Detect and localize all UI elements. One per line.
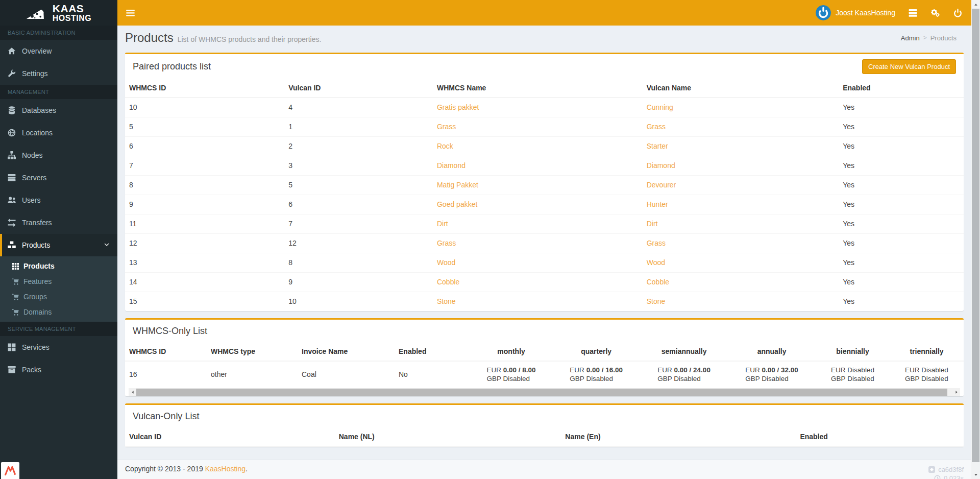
whmcs-name-link[interactable]: Rock — [437, 142, 453, 150]
whmcs-name-link[interactable]: Goed pakket — [437, 200, 477, 208]
enabled-cell: Yes — [839, 234, 964, 253]
vulcan-name-link[interactable]: Diamond — [647, 161, 675, 170]
column-header: triennially — [890, 343, 964, 361]
vulcan-name-link[interactable]: Hunter — [647, 200, 668, 208]
logout-power-icon[interactable] — [946, 0, 969, 26]
vulcan-id-cell: 1 — [284, 117, 433, 137]
sidebar-item-services[interactable]: Services — [0, 336, 117, 358]
whmcs-id-cell: 13 — [125, 253, 284, 273]
vulcan-only-panel: Vulcan-Only List Vulcan IDName (NL)Name … — [125, 403, 964, 447]
vulcan-id-cell: 4 — [284, 98, 433, 117]
create-vulcan-product-button[interactable]: Create New Vulcan Product — [862, 59, 956, 74]
servers-status-icon[interactable] — [901, 0, 924, 26]
table-row: 9 6 Goed pakket Hunter Yes — [125, 195, 964, 214]
sidebar-subitem-products[interactable]: Products — [0, 258, 117, 274]
whmcs-name-link[interactable]: Gratis pakket — [437, 103, 479, 111]
sidebar-item-transfers[interactable]: Transfers — [0, 211, 117, 234]
table-row: 15 10 Stone Stone Yes — [125, 292, 964, 312]
whmcs-name-link[interactable]: Grass — [437, 239, 456, 247]
whmcs-id-cell: 14 — [125, 273, 284, 292]
horizontal-scrollbar[interactable] — [129, 388, 960, 396]
whmcs-name-link[interactable]: Wood — [437, 258, 455, 267]
column-header: WHMCS Name — [433, 79, 643, 98]
whmcs-type-cell: other — [207, 361, 298, 388]
home-icon — [8, 47, 16, 55]
sidebar-item-settings[interactable]: Settings — [0, 62, 117, 85]
globe-icon — [8, 129, 16, 137]
vulcan-name-link[interactable]: Dirt — [647, 220, 658, 228]
column-header: Enabled — [796, 428, 964, 446]
scroll-down-arrow-icon[interactable] — [971, 470, 980, 479]
cart-icon — [12, 309, 19, 316]
sidebar-subitem-domains[interactable]: Domains — [0, 304, 117, 320]
vulcan-name-link[interactable]: Cobble — [647, 278, 669, 286]
column-header: semiannually — [640, 343, 728, 361]
vulcan-name-link[interactable]: Grass — [647, 123, 666, 131]
sidebar-item-users[interactable]: Users — [0, 189, 117, 211]
user-name: Joost KaasHosting — [836, 9, 895, 17]
column-header: Vulcan ID — [125, 428, 335, 446]
menu-section-header: BASIC ADMINISTRATION — [0, 26, 117, 40]
sidebar-item-databases[interactable]: Databases — [0, 99, 117, 122]
price-cell: EUR 0.00 / 24.00GBP Disabled — [640, 361, 728, 388]
vulcan-id-cell: 3 — [284, 156, 433, 176]
whmcs-name-link[interactable]: Grass — [437, 123, 456, 131]
sidebar-item-label: Overview — [22, 47, 52, 55]
sidebar-item-servers[interactable]: Servers — [0, 166, 117, 189]
debugbar-toggle[interactable] — [1, 462, 19, 479]
cart-icon — [12, 294, 19, 300]
invoice-name-cell: Coal — [298, 361, 395, 388]
kaashosting-footer-link[interactable]: KaasHosting — [205, 465, 246, 473]
sidebar-item-label: Databases — [22, 106, 56, 114]
vulcan-id-cell: 12 — [284, 234, 433, 253]
vulcan-name-link[interactable]: Wood — [647, 258, 665, 267]
table-row: 8 5 Matig Pakket Devourer Yes — [125, 176, 964, 195]
box-icon — [8, 366, 16, 374]
scroll-left-arrow-icon[interactable] — [129, 388, 136, 396]
vertical-scrollbar-thumb[interactable] — [972, 9, 979, 462]
whmcs-id-cell: 15 — [125, 292, 284, 312]
sidebar-item-label: Products — [22, 241, 50, 249]
sidebar-item-products[interactable]: Products — [0, 234, 117, 256]
whmcs-id-cell: 7 — [125, 156, 284, 176]
vulcan-name-link[interactable]: Devourer — [647, 181, 676, 189]
horizontal-scrollbar-thumb[interactable] — [136, 389, 947, 396]
sidebar-item-label: Servers — [22, 174, 46, 182]
user-menu[interactable]: Joost KaasHosting — [810, 0, 901, 26]
exchange-icon — [8, 219, 16, 227]
sidebar-item-packs[interactable]: Packs — [0, 358, 117, 381]
table-row: 16 other Coal No EUR 0.00 / 8.00GBP Disa… — [125, 361, 964, 388]
scroll-right-arrow-icon[interactable] — [952, 388, 960, 396]
panel-title: WHMCS-Only List — [133, 325, 207, 338]
scroll-up-arrow-icon[interactable] — [971, 0, 980, 9]
vertical-scrollbar[interactable] — [971, 0, 980, 479]
debugbar-badges: ca6d3f8f 0.023s — [928, 465, 964, 479]
whmcs-name-link[interactable]: Diamond — [437, 161, 465, 170]
brand-logo[interactable]: KAAS HOSTING — [0, 0, 117, 26]
vulcan-name-link[interactable]: Grass — [647, 239, 666, 247]
sidebar-item-overview[interactable]: Overview — [0, 40, 117, 62]
whmcs-name-link[interactable]: Cobble — [437, 278, 459, 286]
settings-gears-icon[interactable] — [924, 0, 946, 26]
git-icon — [928, 466, 935, 473]
vulcan-name-link[interactable]: Stone — [647, 297, 666, 305]
whmcs-name-link[interactable]: Dirt — [437, 220, 448, 228]
column-header: quarterly — [552, 343, 640, 361]
whmcs-name-link[interactable]: Matig Pakket — [437, 181, 478, 189]
debug-time-badge[interactable]: 0.023s — [928, 474, 964, 479]
vulcan-name-link[interactable]: Starter — [647, 142, 668, 150]
column-header: Name (En) — [561, 428, 796, 446]
sidebar-item-nodes[interactable]: Nodes — [0, 144, 117, 166]
sidebar-toggle-button[interactable] — [117, 0, 143, 26]
vulcan-name-link[interactable]: Cunning — [647, 103, 673, 111]
sidebar-item-locations[interactable]: Locations — [0, 122, 117, 144]
column-header: WHMCS ID — [125, 79, 284, 98]
sidebar-subitem-label: Groups — [23, 293, 47, 301]
debug-git-badge[interactable]: ca6d3f8f — [928, 465, 964, 474]
breadcrumb-admin[interactable]: Admin — [901, 34, 920, 42]
sidebar-item-label: Users — [22, 196, 41, 204]
sidebar-subitem-features[interactable]: Features — [0, 274, 117, 289]
whmcs-name-link[interactable]: Stone — [437, 297, 456, 305]
sidebar-subitem-groups[interactable]: Groups — [0, 289, 117, 304]
whmcs-id-cell: 8 — [125, 176, 284, 195]
